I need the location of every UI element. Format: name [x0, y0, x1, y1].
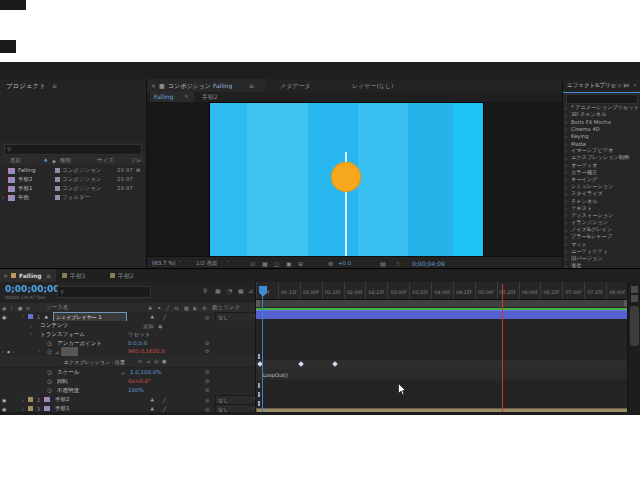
stopwatch-icon[interactable]: ◷ — [47, 369, 52, 375]
item-name[interactable]: Falling — [18, 167, 36, 173]
comp-button-icon[interactable] — [631, 286, 638, 293]
rotation-value[interactable]: 0x+0.0° — [128, 378, 151, 384]
effects-category-row[interactable]: › 旧バージョン — [563, 255, 640, 262]
effects-category-row[interactable]: › ノイズ&グレイン — [563, 226, 640, 233]
mask-visibility-icon[interactable]: ⊡ — [250, 260, 255, 267]
effects-category-row[interactable]: › イマーシブビデオ — [563, 147, 640, 154]
col-frame[interactable]: フレ — [130, 157, 141, 164]
kf-next-icon[interactable]: › — [13, 349, 15, 354]
project-item-row[interactable]: 手順2 コンポジション 29.97 — [0, 175, 146, 184]
item-name[interactable]: 手順2 — [18, 176, 33, 183]
label-swatch[interactable] — [55, 177, 60, 182]
property-row-opacity[interactable]: ◷ 不透明度 100% ⚙ — [0, 386, 255, 395]
reset-link[interactable]: リセット — [128, 331, 151, 338]
keyframe[interactable] — [258, 383, 260, 388]
add-label[interactable]: 追加: — [143, 323, 155, 329]
shy-layers-icon[interactable]: ◔ — [227, 287, 232, 294]
gear-icon[interactable]: ⚙ — [205, 378, 209, 384]
timeline-tab-tejun2[interactable]: 手順2 — [118, 272, 134, 281]
transform-label[interactable]: トランスフォーム — [40, 331, 85, 338]
effects-category-row[interactable]: › キーイング — [563, 176, 640, 183]
effects-category-row[interactable]: › Keying — [563, 133, 640, 140]
stopwatch-icon[interactable]: ◷ — [47, 348, 52, 354]
layer-color-label[interactable] — [28, 406, 33, 411]
stopwatch-icon[interactable]: ◷ — [47, 340, 52, 346]
collapse-switch-icon[interactable]: ♣ — [150, 314, 154, 320]
effects-category-row[interactable]: › スタイライズ — [563, 190, 640, 197]
tab-metadata[interactable]: メタデータ — [280, 82, 311, 91]
expression-menu-icon[interactable]: ● — [162, 358, 166, 364]
timeline-search-input[interactable]: ⚲ — [57, 286, 151, 298]
layer-name[interactable]: 手順1 — [55, 405, 70, 412]
project-search-input[interactable]: ⚲ — [4, 144, 142, 155]
region-of-interest-icon[interactable]: ◻ — [274, 260, 279, 267]
effects-category-row[interactable]: › ユーティリティ — [563, 248, 640, 255]
timeline-tab-tejun1[interactable]: 手順1 — [70, 272, 86, 281]
col-name[interactable]: 名前 — [10, 157, 21, 164]
layer-row-tejun2[interactable]: ◉ › 2 手順2 ♣ ╱ ◎ なし˅ — [0, 395, 255, 404]
effects-category-row[interactable]: › Cinema 4D — [563, 126, 640, 133]
shape-layer-duration-bar[interactable] — [256, 310, 628, 319]
effects-category-row[interactable]: › ブラー&シャープ — [563, 233, 640, 240]
property-row-rotation[interactable]: ◷ 回転 0x+0.0° ⚙ — [0, 377, 255, 386]
col-type[interactable]: 種類 — [60, 157, 71, 164]
frame-blend-icon[interactable]: ▦ — [238, 287, 244, 294]
time-ruler[interactable]: 0f 00:15f 01:00f 01:15f 02:00f 02:15f 03… — [256, 282, 628, 300]
add-menu-icon[interactable]: ◉ — [158, 323, 162, 329]
twirl-icon[interactable]: › — [2, 194, 4, 200]
eye-icon[interactable]: ◉ — [2, 314, 6, 320]
link-icon[interactable]: ∞ — [121, 370, 125, 376]
effects-category-row[interactable]: › チャンネル — [563, 197, 640, 204]
marker-bin-icon[interactable] — [631, 295, 638, 302]
layer-name[interactable]: 手順2 — [55, 396, 70, 403]
layer-color-label[interactable] — [28, 397, 33, 402]
effects-category-row[interactable]: › トランジション — [563, 219, 640, 226]
rulers-icon[interactable]: ⊞ — [298, 260, 303, 267]
composition-canvas[interactable] — [210, 103, 483, 256]
project-item-row[interactable]: › 平面 フォルダー — [0, 193, 146, 202]
exposure-value[interactable]: +0.0 — [338, 260, 351, 266]
keyframe[interactable] — [258, 401, 260, 406]
panel-menu-icon[interactable]: ≡ — [625, 82, 630, 88]
effects-category-row[interactable]: › ディストーション — [563, 212, 640, 219]
chevron-down-icon[interactable]: ˅ — [226, 260, 229, 266]
kf-dot-icon[interactable]: ◆ — [7, 349, 10, 354]
close-icon[interactable]: × — [184, 93, 189, 99]
scale-label[interactable]: スケール — [57, 369, 79, 376]
label-swatch[interactable] — [55, 195, 60, 200]
anchor-value[interactable]: 0.0,0.0 — [128, 340, 147, 346]
stopwatch-icon[interactable]: ◷ — [47, 387, 52, 393]
gear-icon[interactable]: ⚙ — [205, 340, 209, 346]
collapse-switch-icon[interactable]: ♣ — [150, 397, 154, 403]
panel-menu-icon[interactable]: ≡ — [249, 82, 254, 89]
col-source-name[interactable]: ソース名 — [46, 304, 68, 311]
vertical-scrollbar-handle[interactable] — [630, 306, 639, 346]
col-size[interactable]: サイズ — [97, 157, 114, 164]
item-name[interactable]: 手順1 — [18, 185, 33, 192]
kf-prev-icon[interactable]: ‹ — [2, 349, 4, 354]
gear-icon[interactable]: ⚙ — [205, 387, 209, 393]
effects-search-input[interactable] — [566, 94, 638, 104]
panel-more-icon[interactable]: » — [633, 81, 637, 88]
viewer-timecode[interactable]: 0;00;04;09 — [412, 260, 445, 267]
effects-category-row[interactable]: › * アニメーションプリセット — [563, 104, 640, 111]
guides-icon[interactable]: ▣ — [286, 260, 292, 267]
gear-icon[interactable]: ⚙ — [205, 348, 209, 354]
panel-menu-icon[interactable]: ≡ — [52, 82, 57, 89]
tab-composition[interactable]: × ■ コンポジション Falling ≡ — [147, 79, 265, 93]
effects-category-row[interactable]: › エクスプレッション制御 — [563, 154, 640, 161]
graph-editor-icon[interactable]: ⊿ — [248, 287, 253, 294]
property-group-transform[interactable]: ˅ トランスフォーム リセット — [0, 330, 255, 339]
rotation-label[interactable]: 回転 — [57, 378, 68, 385]
keyframe[interactable] — [258, 392, 260, 397]
panel-menu-icon[interactable]: ≡ — [46, 272, 51, 279]
effects-category-row[interactable]: › カラー補正 — [563, 169, 640, 176]
anchor-label[interactable]: アンカーポイント — [57, 340, 102, 347]
twirl-open-icon[interactable]: ˅ — [30, 332, 33, 338]
keyframe[interactable] — [258, 354, 260, 359]
work-area-start-handle[interactable] — [256, 300, 260, 307]
project-columns-header[interactable]: 名前 ▲ ◆ 種類 サイズ フレ — [0, 156, 146, 165]
draft-3d-icon[interactable]: ▦ — [215, 287, 221, 294]
twirl-open-icon[interactable]: ˅ — [22, 314, 25, 320]
project-item-row[interactable]: Falling コンポジション 29.97 ⊞ — [0, 166, 146, 175]
